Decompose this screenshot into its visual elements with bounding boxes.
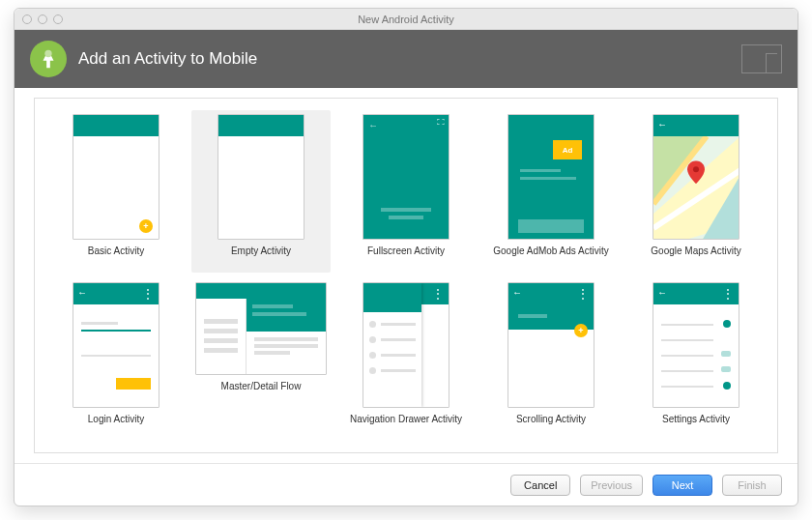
map-pin-icon <box>687 160 705 184</box>
finish-button[interactable]: Finish <box>722 475 782 496</box>
window-title: New Android Activity <box>358 14 454 25</box>
activity-thumb <box>652 282 740 408</box>
activity-tile-master-detail[interactable]: Master/Detail Flow <box>191 278 331 441</box>
activity-thumb: Ad <box>508 114 594 240</box>
activity-thumb <box>72 282 160 408</box>
activity-label: Scrolling Activity <box>516 414 586 424</box>
activity-gallery: Basic Activity Empty Activity ← ⛶ Fullsc… <box>34 98 778 453</box>
cancel-button[interactable]: Cancel <box>510 475 570 496</box>
android-studio-logo-icon <box>30 41 67 77</box>
activity-tile-basic[interactable]: Basic Activity <box>46 110 186 273</box>
minimize-dot[interactable] <box>38 14 47 24</box>
activity-tile-fullscreen[interactable]: ← ⛶ Fullscreen Activity <box>336 110 476 273</box>
form-factor-icon <box>741 44 782 73</box>
activity-tile-empty[interactable]: Empty Activity <box>191 110 331 273</box>
zoom-dot[interactable] <box>53 14 63 24</box>
dialog-window: New Android Activity Add an Activity to … <box>14 8 798 506</box>
activity-label: Basic Activity <box>88 246 144 256</box>
back-arrow-icon: ← <box>368 120 378 130</box>
window-controls <box>22 14 63 24</box>
activity-thumb <box>195 282 327 375</box>
activity-tile-login[interactable]: Login Activity <box>46 278 186 441</box>
activity-thumb <box>508 282 594 408</box>
svg-point-5 <box>693 166 699 172</box>
activity-label: Settings Activity <box>662 414 730 424</box>
activity-tile-settings[interactable]: Settings Activity <box>626 278 766 441</box>
gallery-container: Basic Activity Empty Activity ← ⛶ Fullsc… <box>14 88 798 463</box>
activity-label: Master/Detail Flow <box>221 381 302 391</box>
activity-thumb <box>72 114 160 240</box>
ad-badge: Ad <box>553 140 582 159</box>
activity-tile-scrolling[interactable]: Scrolling Activity <box>481 278 621 441</box>
wizard-footer: Cancel Previous Next Finish <box>14 463 798 506</box>
previous-button[interactable]: Previous <box>580 475 643 496</box>
activity-tile-maps[interactable]: Google Maps Activity <box>626 110 766 273</box>
activity-tile-navdrawer[interactable]: Navigation Drawer Activity <box>336 278 476 441</box>
activity-thumb <box>652 114 740 240</box>
activity-label: Login Activity <box>88 414 144 424</box>
activity-label: Empty Activity <box>231 246 291 256</box>
activity-label: Navigation Drawer Activity <box>350 414 462 424</box>
activity-thumb: ← ⛶ <box>362 114 450 240</box>
wizard-header: Add an Activity to Mobile <box>14 30 798 88</box>
activity-tile-admob[interactable]: Ad Google AdMob Ads Activity <box>481 110 621 273</box>
activity-label: Google AdMob Ads Activity <box>493 246 609 256</box>
fullscreen-icon: ⛶ <box>437 118 445 127</box>
activity-thumb <box>362 282 450 408</box>
activity-label: Google Maps Activity <box>651 246 740 256</box>
activity-thumb <box>218 114 304 240</box>
svg-point-0 <box>44 50 51 57</box>
titlebar: New Android Activity <box>14 9 798 30</box>
next-button[interactable]: Next <box>652 475 712 496</box>
activity-label: Fullscreen Activity <box>367 246 445 256</box>
wizard-title: Add an Activity to Mobile <box>78 49 257 69</box>
close-dot[interactable] <box>22 14 32 24</box>
